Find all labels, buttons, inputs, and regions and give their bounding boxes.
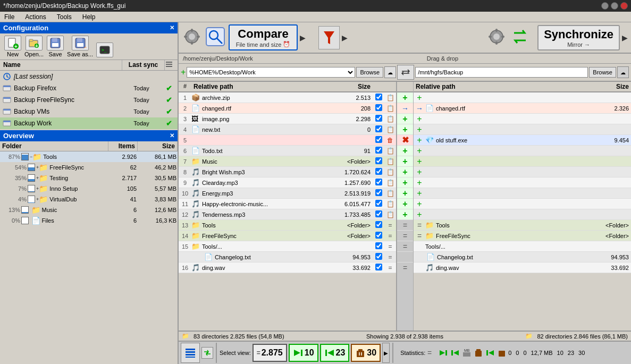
row-check-5[interactable]	[373, 136, 384, 145]
row-check-13[interactable]	[373, 221, 384, 230]
menu-help[interactable]: Help	[80, 13, 98, 21]
row-check-4[interactable]	[373, 125, 384, 134]
row-check-9[interactable]	[373, 179, 384, 187]
sync-dropdown-button[interactable]: ▶	[622, 33, 628, 42]
row-check-7[interactable]	[373, 157, 384, 166]
session-item-firefox[interactable]: Backup Firefox Today ✔	[0, 82, 178, 94]
mid-action-9[interactable]: +	[397, 177, 413, 188]
session-item-last[interactable]: [Last session]	[0, 71, 178, 82]
overview-item-music[interactable]: 13% 📁 Music 6 12,6 MB	[0, 205, 178, 215]
menu-actions[interactable]: Actions	[23, 13, 48, 21]
right-file-row-11[interactable]: +	[414, 199, 631, 209]
save-button[interactable]: Save	[46, 36, 65, 57]
mid-action-4[interactable]: +	[397, 124, 413, 135]
view-sync-button[interactable]	[201, 347, 213, 359]
mid-action-2[interactable]: →	[397, 103, 413, 114]
open-button[interactable]: + Open...	[24, 36, 44, 57]
row-check-14[interactable]	[373, 232, 384, 240]
right-file-row-8[interactable]: +	[414, 167, 631, 177]
left-browse-button[interactable]: Browse	[356, 67, 383, 78]
file-row-15[interactable]: 15 📁 Tools/... =	[179, 241, 396, 252]
file-row-1[interactable]: 1 📦 archive.zip 2.513 📋	[179, 92, 396, 103]
overview-item-tools[interactable]: 87% − 📁 Tools 2.926 86,1 MB	[0, 151, 178, 162]
config-close-button[interactable]: ✕	[170, 24, 174, 31]
overview-item-testing[interactable]: 35% + 📁 Testing 2.717 30,5 MB	[0, 173, 178, 183]
right-file-row-16[interactable]: 🎵 ding.wav 33.692	[414, 263, 631, 273]
right-file-row-7[interactable]: +	[414, 156, 631, 167]
maximize-button[interactable]	[611, 2, 618, 10]
file-row-12[interactable]: 12 🎵 Tenderness.mp3 1.733.485 📋	[179, 209, 396, 220]
file-row-2[interactable]: 2 📄 changed.rtf 208 📋	[179, 103, 396, 114]
right-file-row-9[interactable]: +	[414, 177, 631, 188]
sync-gear-button[interactable]	[486, 27, 507, 48]
right-file-row-13[interactable]: = 📁 Tools <Folder>	[414, 220, 631, 231]
menu-tools[interactable]: Tools	[55, 13, 74, 21]
right-file-row-4[interactable]: +	[414, 124, 631, 135]
overview-close-button[interactable]: ✕	[170, 132, 174, 139]
mid-action-8[interactable]: +	[397, 167, 413, 177]
row-check-6[interactable]	[373, 147, 384, 155]
file-row-8[interactable]: 8 🎵 Bright Wish.mp3 1.720.624 📋	[179, 167, 396, 177]
session-item-ffs[interactable]: Backup FreeFileSync Today ✔	[0, 94, 178, 106]
file-row-3[interactable]: 3 🖼 image.png 2.298 📋	[179, 114, 396, 124]
right-file-row-12[interactable]: +	[414, 209, 631, 220]
mid-action-11[interactable]: +	[397, 199, 413, 209]
session-item-vms[interactable]: Backup VMs Today ✔	[0, 106, 178, 117]
right-file-row-5[interactable]: + 💎 old stuff.exe 9.454	[414, 135, 631, 146]
file-row-4[interactable]: 4 📄 new.txt 0 📋	[179, 124, 396, 135]
row-check-8[interactable]	[373, 168, 384, 176]
row-check-3[interactable]	[373, 115, 384, 123]
file-row-6[interactable]: 6 📄 Todo.txt 91 📋	[179, 146, 396, 156]
compare-button[interactable]: Compare File time and size ⏰	[229, 24, 298, 50]
file-row-9[interactable]: 9 🎵 Clearday.mp3 1.257.690 📋	[179, 177, 396, 188]
count-equal-button[interactable]: = 2.875	[253, 344, 287, 362]
row-check-1[interactable]	[373, 94, 384, 102]
command-button[interactable]: >_	[95, 43, 114, 57]
synchronize-button[interactable]: Synchronize Mirror →	[537, 25, 620, 50]
cloud-left-button[interactable]: ☁	[384, 66, 396, 78]
overview-item-files[interactable]: 0% 📄 Files 6 16,3 KB	[0, 215, 178, 226]
left-path-select[interactable]: %HOME%/Desktop/Work	[187, 67, 355, 78]
file-row-16[interactable]: 16 🎵 ding.wav 33.692 =	[179, 263, 396, 273]
count-delete-button[interactable]: 30	[351, 344, 381, 362]
settings-gear-button[interactable]	[182, 27, 202, 48]
mid-action-5[interactable]: ✖	[397, 135, 413, 146]
view-list-button[interactable]	[181, 343, 200, 363]
row-check-12[interactable]	[373, 210, 384, 219]
cloud-right-button[interactable]: ☁	[617, 66, 629, 78]
mid-action-3[interactable]: +	[397, 114, 413, 124]
mid-action-6[interactable]: +	[397, 146, 413, 156]
row-check-15[interactable]	[373, 242, 384, 251]
file-row-10[interactable]: 10 🎵 Energy.mp3 2.513.919 📋	[179, 188, 396, 199]
file-row-15b[interactable]: 📄 Changelog.txt 94.953 =	[179, 252, 396, 263]
compare-dropdown-button[interactable]: ▶	[300, 33, 306, 42]
count-arrow-left-button[interactable]: 23	[320, 344, 350, 362]
file-row-14[interactable]: 14 📁 FreeFileSync <Folder> =	[179, 231, 396, 241]
minimize-button[interactable]	[601, 2, 609, 10]
right-file-row-14[interactable]: = 📁 FreeFileSync <Folder>	[414, 231, 631, 241]
filter-dropdown-button[interactable]: ▶	[342, 33, 348, 42]
right-file-row-15b[interactable]: 📄 Changelog.txt 94.953	[414, 252, 631, 263]
file-row-11[interactable]: 11 🎵 Happy-electronic-music... 6.015.477…	[179, 199, 396, 209]
overview-item-ffs[interactable]: 54% + 📁 FreeFileSync 62 46,2 MB	[0, 162, 178, 173]
overview-item-vdub[interactable]: 4% + 📁 VirtualDub 41 3,83 MB	[0, 194, 178, 205]
mid-action-7[interactable]: +	[397, 156, 413, 167]
view-arrow-button[interactable]: ▶	[382, 343, 390, 363]
save-as-button[interactable]: ... Save as...	[67, 36, 93, 57]
swap-paths-button[interactable]	[397, 65, 414, 80]
right-file-row-1[interactable]: +	[414, 92, 631, 103]
count-arrow-right-button[interactable]: 10	[289, 344, 318, 362]
close-button[interactable]	[620, 2, 628, 10]
add-left-path-button[interactable]: +	[181, 67, 186, 77]
filter-button[interactable]	[318, 26, 340, 49]
right-file-row-2[interactable]: → 📄 changed.rtf 2.326	[414, 103, 631, 114]
mid-action-10[interactable]: +	[397, 188, 413, 199]
overview-item-inno[interactable]: 7% + 📁 Inno Setup 105 5,57 MB	[0, 183, 178, 194]
right-file-row-10[interactable]: +	[414, 188, 631, 199]
menu-file[interactable]: File	[2, 13, 16, 21]
mid-action-1[interactable]: +	[397, 92, 413, 103]
right-file-row-3[interactable]: +	[414, 114, 631, 124]
mid-action-12[interactable]: +	[397, 209, 413, 220]
right-file-row-15[interactable]: Tools/...	[414, 241, 631, 252]
right-file-row-6[interactable]: +	[414, 146, 631, 156]
